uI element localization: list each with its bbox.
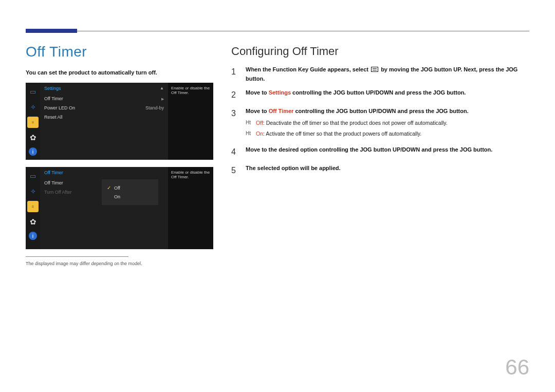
osd-popup-option-on: ✓On [107, 192, 153, 201]
step-number: 2 [231, 88, 239, 102]
menu-icon [371, 67, 378, 72]
monitor-icon: ▭ [27, 170, 39, 181]
content-columns: Off Timer You can set the product to aut… [26, 40, 529, 266]
header-accent [26, 29, 77, 33]
intro-text: You can set the product to automatically… [26, 69, 221, 76]
osd-main: Off Timer Off Timer Turn Off After ✓Off … [40, 167, 168, 249]
sub-text: : Deactivate the off timer so that the p… [263, 120, 448, 126]
step-5: 5 The selected option will be applied. [231, 164, 529, 177]
info-icon: i [29, 147, 37, 156]
monitor-icon: ▭ [27, 86, 39, 97]
offtimer-link: Off Timer [269, 108, 294, 114]
step-4: 4 Move to the desired option controlling… [231, 145, 529, 159]
osd-menu-head: Settings ▲ [44, 86, 164, 91]
bar-icon: ≡ [27, 201, 39, 212]
target-icon: ✧ [27, 185, 39, 197]
step-text: Move to [246, 108, 269, 114]
osd-popup-option-label: On [114, 194, 120, 199]
osd-row-label: Off Timer [44, 180, 63, 185]
sub-text: : Activate the off timer so that the pro… [263, 130, 421, 137]
step-text: When the Function Key Guide appears, sel… [246, 66, 368, 72]
osd-head-label: Off Timer [44, 170, 63, 175]
osd-sidebar: ▭ ✧ ≡ ✿ i [26, 83, 40, 160]
step-text: controlling the JOG button UP/DOWN and p… [293, 108, 468, 114]
settings-link: Settings [269, 89, 291, 96]
osd-row-arrow-icon [158, 96, 164, 101]
osd-row-powerled: Power LED On Stand-by [44, 103, 164, 113]
step-number: 1 [231, 65, 239, 79]
sub-label: On [256, 130, 263, 137]
step-body: Move to Settings controlling the JOG but… [246, 88, 529, 98]
target-icon: ✧ [27, 101, 39, 113]
osd-row-value: Stand-by [145, 105, 164, 110]
step-body: Move to the desired option controlling t… [246, 145, 529, 155]
osd-row-label: Reset All [44, 115, 63, 120]
osd-help: Enable or disable the Off Timer. [168, 167, 213, 249]
header-rule [26, 31, 529, 31]
step-2: 2 Move to Settings controlling the JOG b… [231, 88, 529, 102]
bar-icon: ≡ [27, 117, 39, 128]
steps-list: 1 When the Function Key Guide appears, s… [231, 65, 529, 177]
osd-menu-head: Off Timer [44, 170, 164, 175]
left-column: Off Timer You can set the product to aut… [26, 40, 221, 266]
osd-row-resetall: Reset All [44, 113, 164, 122]
osd-popup-option-label: Off [114, 185, 120, 191]
osd-offtimer-panel: ▭ ✧ ≡ ✿ i Off Timer Off Timer Turn Off A… [26, 167, 213, 249]
step-sublist: Off: Deactivate the off timer so that th… [246, 119, 529, 138]
step-3: 3 Move to Off Timer controlling the JOG … [231, 107, 529, 140]
footnote: The displayed image may differ depending… [26, 261, 221, 266]
osd-up-arrow-icon: ▲ [160, 86, 164, 91]
section-title: Off Timer [26, 44, 221, 60]
osd-row-label: Power LED On [44, 105, 75, 110]
step-body: The selected option will be applied. [246, 164, 529, 173]
osd-popup-option-off: ✓Off [107, 183, 153, 192]
step-number: 4 [231, 145, 239, 159]
osd-head-label: Settings [44, 86, 61, 91]
step-body: Move to Off Timer controlling the JOG bu… [246, 107, 529, 140]
sub-off: Off: Deactivate the off timer so that th… [246, 119, 529, 127]
subsection-title: Configuring Off Timer [231, 45, 529, 58]
sub-label: Off [256, 120, 263, 126]
step-number: 5 [231, 164, 239, 177]
osd-main: Settings ▲ Off Timer Power LED On Stand-… [40, 83, 168, 160]
info-icon: i [29, 232, 37, 240]
right-column: Configuring Off Timer 1 When the Functio… [231, 40, 529, 266]
step-text: Move to [246, 89, 269, 96]
osd-row-label: Off Timer [44, 96, 63, 101]
osd-row-offtimer: Off Timer [44, 94, 164, 103]
osd-settings-panel: ▭ ✧ ≡ ✿ i Settings ▲ Off Timer [26, 83, 213, 160]
footnote-rule [26, 256, 128, 257]
osd-row-label: Turn Off After [44, 190, 72, 195]
gear-icon: ✿ [27, 132, 39, 143]
step-1: 1 When the Function Key Guide appears, s… [231, 65, 529, 83]
page-number: 66 [505, 355, 529, 380]
osd-sidebar: ▭ ✧ ≡ ✿ i [26, 167, 40, 249]
osd-help: Enable or disable the Off Timer. [168, 83, 213, 160]
osd-popup: ✓Off ✓On [102, 179, 158, 205]
step-body: When the Function Key Guide appears, sel… [246, 65, 529, 83]
check-icon: ✓ [107, 185, 111, 191]
sub-on: On: Activate the off timer so that the p… [246, 129, 529, 138]
manual-page: Off Timer You can set the product to aut… [0, 0, 555, 392]
gear-icon: ✿ [27, 216, 39, 228]
step-number: 3 [231, 107, 239, 120]
step-text: controlling the JOG button UP/DOWN and p… [291, 89, 466, 96]
